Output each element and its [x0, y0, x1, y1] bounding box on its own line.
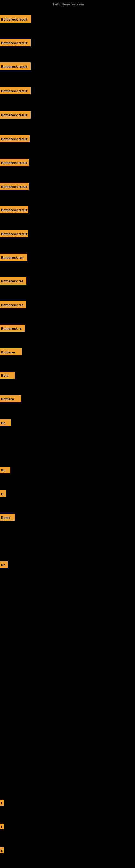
bottleneck-badge-17: Bo [0, 420, 11, 426]
bottleneck-badge-19: B [0, 490, 6, 497]
bottleneck-badge-6: Bottleneck result [0, 159, 29, 166]
bottleneck-badge-0: Bottleneck result [0, 15, 31, 23]
bottleneck-badge-14: Bottlenec [0, 348, 21, 355]
bottleneck-badge-15: Bottl [0, 372, 15, 379]
site-title: TheBottlenecker.com [0, 2, 135, 6]
bottleneck-badge-5: Bottleneck result [0, 135, 30, 143]
bottleneck-badge-23: I [0, 824, 4, 830]
bottleneck-badge-12: Bottleneck res [0, 301, 26, 308]
bottleneck-badge-11: Bottleneck res [0, 277, 27, 284]
bottleneck-badge-20: Bottle [0, 514, 15, 521]
bottleneck-badge-10: Bottleneck res [0, 254, 27, 261]
bottleneck-badge-1: Bottleneck result [0, 39, 31, 46]
bottleneck-badge-3: Bottleneck result [0, 87, 31, 94]
bottleneck-badge-9: Bottleneck result [0, 230, 28, 237]
bottleneck-badge-8: Bottleneck result [0, 206, 28, 214]
bottleneck-badge-18: Bo [0, 467, 10, 473]
bottleneck-badge-16: Bottlene [0, 396, 21, 402]
bottleneck-badge-22: I [0, 800, 4, 806]
bottleneck-badge-2: Bottleneck result [0, 62, 31, 70]
bottleneck-badge-4: Bottleneck result [0, 111, 31, 119]
bottleneck-badge-13: Bottleneck re [0, 325, 25, 332]
bottleneck-badge-24: E [0, 847, 4, 854]
bottleneck-badge-7: Bottleneck result [0, 183, 29, 190]
bottleneck-badge-21: Bo [0, 561, 8, 568]
